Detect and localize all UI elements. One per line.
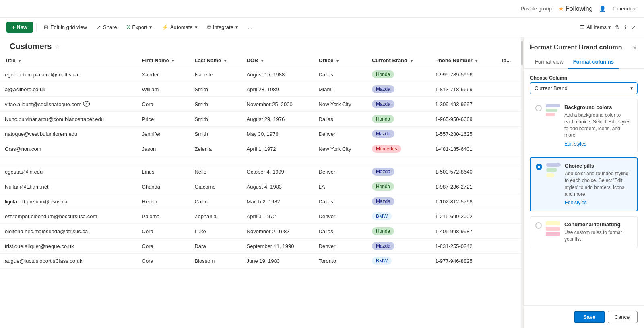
format-option-choice-pills[interactable]: Choice pills Add color and rounded styli… <box>530 157 638 211</box>
cell-office: New York City <box>314 141 367 156</box>
table-row[interactable]: Nunc.pulvinar.arcu@conubianostraper.edu … <box>0 112 521 127</box>
table-row[interactable]: augue@luctuslobortisClass.co.uk Cora Blo… <box>0 254 521 269</box>
table-row[interactable]: ligula.elit.pretium@risus.ca Hector Cail… <box>0 194 521 209</box>
radio-conditional[interactable] <box>535 222 542 229</box>
cell-office: Dallas <box>314 67 367 82</box>
cond-bar-2 <box>546 227 560 231</box>
col-title[interactable]: Title ▾ <box>0 54 137 67</box>
brand-pill: BMW <box>372 212 392 220</box>
edit-grid-view-button[interactable]: ⊞ Edit in grid view <box>40 22 91 33</box>
preview-bar-1 <box>546 104 560 107</box>
cell-title: Cras@non.com <box>0 141 137 156</box>
save-button[interactable]: Save <box>574 311 604 323</box>
cell-office: Denver <box>314 239 367 254</box>
col-current-brand[interactable]: Current Brand ▾ <box>367 54 430 67</box>
cell-last: Dara <box>190 239 242 254</box>
table-row[interactable]: eget.dictum.placerat@mattis.ca Xander Is… <box>0 67 521 82</box>
panel-title: Format Current Brand column <box>530 43 622 52</box>
table-row[interactable] <box>0 156 521 164</box>
col-phone[interactable]: Phone Number ▾ <box>430 54 496 67</box>
brand-pill: Mercedes <box>372 145 401 153</box>
share-button[interactable]: ↗ Share <box>93 22 121 33</box>
cell-last: Luke <box>190 224 242 239</box>
cell-brand: Mercedes <box>367 141 430 156</box>
member-count: 1 member <box>612 6 636 12</box>
table-row[interactable]: Cras@non.com Jason Zelenia April 1, 1972… <box>0 141 521 156</box>
table-container[interactable]: Title ▾ First Name ▾ Last Name ▾ DOB ▾ O… <box>0 54 521 328</box>
toolbar-sep-1 <box>36 23 37 31</box>
col-last-name[interactable]: Last Name ▾ <box>190 54 242 67</box>
col-dob[interactable]: DOB ▾ <box>242 54 314 67</box>
cell-phone: 1-500-572-8640 <box>430 164 496 179</box>
radio-background-colors[interactable] <box>535 105 542 111</box>
col-first-name[interactable]: First Name ▾ <box>137 54 190 67</box>
all-items-chevron-icon: ▾ <box>608 24 611 30</box>
fullscreen-icon[interactable]: ⤢ <box>630 23 638 31</box>
cond-bar-3 <box>546 232 560 236</box>
brand-pill: BMW <box>372 257 392 265</box>
format-option-background-colors[interactable]: Background colors Add a background color… <box>530 99 638 152</box>
automate-chevron-icon: ▾ <box>195 24 198 30</box>
main-content: Customers ☆ Title ▾ First Name ▾ Last Na… <box>0 37 644 328</box>
cell-first: Paloma <box>137 209 190 224</box>
brand-pill: Mazda <box>372 168 394 176</box>
table-row[interactable]: eleifend.nec.malesuada@atrisus.ca Cora L… <box>0 224 521 239</box>
favorite-icon[interactable]: ☆ <box>55 43 60 50</box>
cell-dob: August 4, 1983 <box>242 179 314 194</box>
edit-styles-bg-link[interactable]: Edit styles <box>564 141 586 147</box>
data-table: Title ▾ First Name ▾ Last Name ▾ DOB ▾ O… <box>0 54 521 269</box>
more-button[interactable]: ... <box>244 22 256 33</box>
close-panel-button[interactable]: × <box>632 43 638 52</box>
cell-office: Miami <box>314 82 367 97</box>
col-ta[interactable]: Ta... <box>496 54 521 67</box>
export-button[interactable]: X Export ▾ <box>123 22 156 33</box>
cancel-button[interactable]: Cancel <box>608 311 638 323</box>
cell-first: Linus <box>137 164 190 179</box>
table-row[interactable]: tristique.aliquet@neque.co.uk Cora Dara … <box>0 239 521 254</box>
cell-first: Xander <box>137 67 190 82</box>
col-office[interactable]: Office ▾ <box>314 54 367 67</box>
cell-phone: 1-215-699-2002 <box>430 209 496 224</box>
table-row[interactable]: a@aclibero.co.uk William Smith April 28,… <box>0 82 521 97</box>
cell-dob: September 11, 1990 <box>242 239 314 254</box>
cell-title: Nullam@Etiam.net <box>0 179 137 194</box>
cell-title: eleifend.nec.malesuada@atrisus.ca <box>0 224 137 239</box>
table-row[interactable]: vitae.aliquet@sociisnatoque.com 💬 Cora S… <box>0 97 521 112</box>
column-select[interactable]: Current Brand ▾ <box>530 82 638 94</box>
cell-brand: Honda <box>367 112 430 127</box>
table-row[interactable]: Nullam@Etiam.net Chanda Giacomo August 4… <box>0 179 521 194</box>
cell-title: ligula.elit.pretium@risus.ca <box>0 194 137 209</box>
cell-office: New York City <box>314 97 367 112</box>
automate-button[interactable]: ⚡ Automate ▾ <box>158 22 202 33</box>
tab-format-columns[interactable]: Format columns <box>568 55 619 69</box>
filter-icon[interactable]: ⚗ <box>613 23 621 31</box>
brand-pill: Honda <box>372 70 394 78</box>
cell-office: Denver <box>314 209 367 224</box>
cell-ta <box>496 224 521 239</box>
new-button[interactable]: + New <box>6 22 33 33</box>
cell-ta <box>496 194 521 209</box>
cell-title: est.tempor.bibendum@neccursusa.com <box>0 209 137 224</box>
cell-last: Smith <box>190 127 242 141</box>
cell-title: tristique.aliquet@neque.co.uk <box>0 239 137 254</box>
info-icon[interactable]: ℹ <box>623 23 628 31</box>
radio-choice-pills[interactable] <box>536 164 542 170</box>
all-items-button[interactable]: ☰ All Items ▾ <box>580 24 611 30</box>
cell-brand: Mazda <box>367 127 430 141</box>
integrate-chevron-icon: ▾ <box>235 24 238 30</box>
table-row[interactable]: egestas@in.edu Linus Nelle October 4, 19… <box>0 164 521 179</box>
edit-styles-pills-link[interactable]: Edit styles <box>565 200 587 205</box>
format-option-conditional[interactable]: Conditional formatting Use custom rules … <box>530 216 638 248</box>
integrate-button[interactable]: ⧉ Integrate ▾ <box>203 22 242 33</box>
tab-format-view[interactable]: Format view <box>530 55 568 69</box>
scroll-thumb[interactable] <box>521 41 523 65</box>
grid-icon: ⊞ <box>44 24 48 30</box>
private-group-label: Private group <box>521 6 552 12</box>
table-row[interactable]: est.tempor.bibendum@neccursusa.com Palom… <box>0 209 521 224</box>
following-button[interactable]: ★ Following <box>558 5 593 12</box>
table-row[interactable]: natoque@vestibulumlorem.edu Jennifer Smi… <box>0 127 521 141</box>
format-name-bg: Background colors <box>564 104 632 110</box>
format-panel: Format Current Brand column × Format vie… <box>523 37 644 328</box>
bg-colors-preview <box>546 104 560 116</box>
cell-first: Cora <box>137 254 190 269</box>
